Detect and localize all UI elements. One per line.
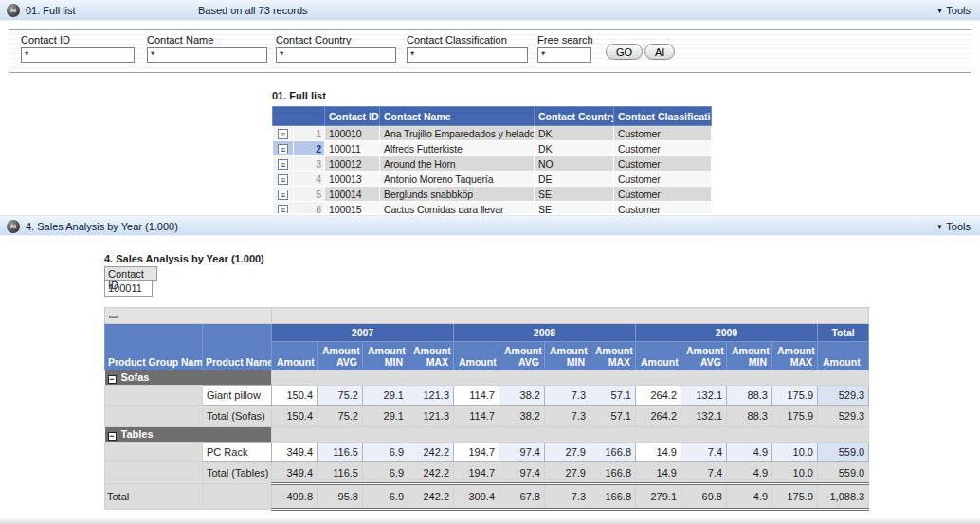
value-cell[interactable]: 121.3 [408, 386, 454, 406]
value-cell[interactable]: 264.2 [636, 386, 681, 406]
collapse-group-icon[interactable]: − [108, 375, 117, 384]
cell-contact-classification[interactable]: Customer [614, 172, 712, 187]
row-detail-button[interactable]: ≡ [273, 156, 294, 172]
go-button[interactable]: GO [606, 44, 643, 60]
cell-contact-country[interactable]: SE [535, 187, 614, 202]
row-detail-button[interactable]: ≡ [273, 172, 294, 187]
value-cell[interactable]: 116.5 [318, 443, 363, 462]
group-band-label[interactable]: −Sofas [105, 370, 272, 386]
row-detail-button[interactable]: ≡ [273, 141, 294, 156]
cell-contact-country[interactable]: NO [535, 156, 614, 172]
value-cell[interactable]: 27.9 [545, 443, 590, 462]
value-cell[interactable]: 242.2 [408, 443, 454, 462]
row-detail-button[interactable]: ≡ [273, 202, 294, 214]
column-header-contact-id[interactable]: Contact ID [325, 107, 380, 126]
cell-contact-name[interactable]: Antonio Moreno Taquería [380, 172, 535, 187]
cell-contact-id[interactable]: 100013 [325, 172, 380, 187]
detail-icon: ≡ [278, 174, 288, 185]
column-header-contact-name[interactable]: Contact Name [380, 107, 535, 126]
panel1-tools-menu[interactable]: ▼Tools [935, 5, 971, 16]
cell-contact-name[interactable]: Cactus Comidas para llevar [380, 202, 535, 214]
cell-contact-classification[interactable]: Customer [614, 126, 712, 141]
value-cell[interactable]: 166.8 [590, 443, 636, 462]
collapse-group-icon[interactable]: − [108, 432, 117, 441]
grand-total-value: 95.8 [318, 484, 363, 510]
row-detail-button[interactable]: ≡ [273, 126, 294, 141]
metric-header[interactable]: AmountMAX [590, 342, 636, 370]
year-header[interactable]: 2008 [454, 324, 636, 342]
metric-header[interactable]: AmountAVG [681, 342, 727, 370]
contact-classification-input[interactable] [407, 47, 528, 63]
value-cell[interactable]: 150.4 [272, 386, 318, 406]
value-cell[interactable]: 4.9 [727, 443, 772, 462]
value-cell[interactable]: 559.0 [818, 443, 869, 462]
value-cell[interactable]: 6.9 [363, 443, 408, 462]
value-cell[interactable]: 132.1 [681, 386, 727, 406]
cell-contact-country[interactable]: DE [535, 172, 614, 187]
cell-contact-name[interactable]: Ana Trujillo Emparedados y helados [380, 126, 535, 141]
metric-header[interactable]: AmountMAX [408, 342, 454, 370]
group-total-value: 75.2 [318, 406, 363, 427]
cell-contact-id[interactable]: 100012 [325, 156, 380, 172]
listbox-header[interactable]: Contact ID [104, 266, 157, 281]
year-header[interactable]: 2007 [272, 324, 454, 342]
cell-contact-classification[interactable]: Customer [614, 156, 712, 172]
cell-contact-classification[interactable]: Customer [614, 141, 712, 156]
value-cell[interactable]: 75.2 [318, 386, 363, 406]
collapse-all-icon[interactable] [109, 316, 118, 318]
column-header-contact-classification[interactable]: Contact Classification [614, 107, 712, 126]
value-cell[interactable]: 88.3 [727, 386, 772, 406]
metric-header[interactable]: AmountAVG [499, 342, 545, 370]
cell-contact-classification[interactable]: Customer [614, 187, 712, 202]
pivot-table: Product Group NameProduct Name2007200820… [104, 307, 869, 511]
contact-name-input[interactable] [147, 47, 267, 63]
metric-header[interactable]: AmountAVG [318, 342, 363, 370]
value-cell[interactable]: 29.1 [363, 386, 408, 406]
metric-header[interactable]: AmountMIN [727, 342, 772, 370]
value-cell[interactable]: 7.4 [681, 443, 727, 462]
contact-country-input[interactable] [276, 47, 396, 63]
ai-button[interactable]: AI [644, 44, 675, 60]
value-cell[interactable]: 14.9 [636, 443, 681, 462]
metric-header[interactable]: Amount [636, 342, 681, 370]
dim-header-product-group[interactable]: Product Group Name [105, 324, 203, 370]
value-cell[interactable]: 97.4 [499, 443, 545, 462]
value-cell[interactable]: 529.3 [818, 386, 869, 406]
year-header[interactable]: 2009 [636, 324, 818, 342]
value-cell[interactable]: 10.0 [772, 443, 818, 462]
metric-header[interactable]: AmountMAX [772, 342, 818, 370]
value-cell[interactable]: 194.7 [454, 443, 499, 462]
metric-header[interactable]: Amount [454, 342, 499, 370]
cell-contact-country[interactable]: DK [535, 141, 614, 156]
metric-header[interactable]: AmountMIN [545, 342, 590, 370]
value-cell[interactable]: 349.4 [272, 443, 318, 462]
column-header-contact-country[interactable]: Contact Country [535, 107, 614, 126]
cell-contact-id[interactable]: 100014 [325, 187, 380, 202]
listbox-selected-value[interactable]: 100011 [104, 281, 153, 297]
metric-header[interactable]: AmountMIN [363, 342, 408, 370]
contact-id-input[interactable] [21, 47, 135, 63]
cell-contact-country[interactable]: SE [535, 202, 614, 214]
free-search-input[interactable] [537, 47, 591, 63]
cell-contact-id[interactable]: 100010 [325, 126, 380, 141]
cell-contact-name[interactable]: Around the Horn [380, 156, 535, 172]
panel2-tools-menu[interactable]: ▼Tools [935, 221, 971, 232]
cell-contact-id[interactable]: 100015 [325, 202, 380, 214]
value-cell[interactable]: 114.7 [454, 386, 499, 406]
value-cell[interactable]: 38.2 [499, 386, 545, 406]
value-cell[interactable]: 175.9 [772, 386, 818, 406]
cell-contact-country[interactable]: DK [535, 126, 614, 141]
metric-header[interactable]: Amount [272, 342, 318, 370]
value-cell[interactable]: 57.1 [590, 386, 636, 406]
value-cell[interactable]: 7.3 [545, 386, 590, 406]
row-detail-button[interactable]: ≡ [273, 187, 294, 202]
product-name-cell[interactable]: PC Rack [203, 443, 272, 462]
cell-contact-name[interactable]: Alfreds Futterkiste [380, 141, 535, 156]
pivot-collapse-cell[interactable] [105, 308, 272, 324]
cell-contact-classification[interactable]: Customer [614, 202, 712, 214]
cell-contact-id[interactable]: 100011 [325, 141, 380, 156]
dim-header-product-name[interactable]: Product Name [203, 324, 272, 370]
cell-contact-name[interactable]: Berglunds snabbköp [380, 187, 535, 202]
product-name-cell[interactable]: Giant pillow [203, 386, 272, 406]
group-band-label[interactable]: −Tables [105, 427, 272, 443]
